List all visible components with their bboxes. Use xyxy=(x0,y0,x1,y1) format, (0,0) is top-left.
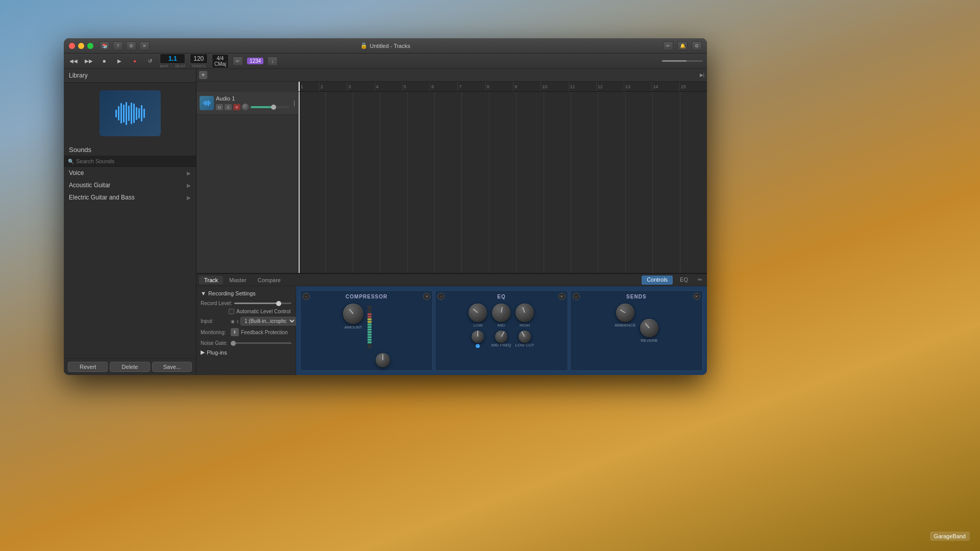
play-button[interactable]: ▶ xyxy=(114,56,125,66)
collapse-icon[interactable]: ▼ xyxy=(201,290,206,296)
tab-track[interactable]: Track xyxy=(199,276,223,284)
waveform-bar xyxy=(115,110,117,117)
record-level-slider[interactable] xyxy=(234,303,291,304)
sends-close-button[interactable]: ✕ xyxy=(693,293,700,300)
track-volume-knob[interactable] xyxy=(242,104,249,111)
revert-button[interactable]: Revert xyxy=(68,362,108,372)
eq-knobs-row: LOW MID xyxy=(469,304,534,367)
compressor-gain-group xyxy=(376,353,390,367)
eq-low-cut-knob[interactable] xyxy=(519,331,531,343)
plug-ins-row[interactable]: ▶ Plug-ins xyxy=(201,349,291,356)
tempo-display[interactable]: 120 xyxy=(190,54,208,64)
share-button[interactable]: ⚙ xyxy=(692,41,702,51)
vu-seg-13 xyxy=(368,339,372,341)
compressor-gain-knob[interactable] xyxy=(376,353,390,367)
track-level-meter: | xyxy=(293,99,295,107)
noise-gate-slider[interactable] xyxy=(231,342,291,344)
stop-button[interactable]: ■ xyxy=(99,56,110,66)
search-box: 🔍 xyxy=(64,156,196,167)
record-button[interactable]: ● xyxy=(129,56,140,66)
track-headers: Audio 1 M S R xyxy=(197,82,299,273)
compressor-close-button[interactable]: ✕ xyxy=(423,293,430,300)
vu-seg-1 xyxy=(368,308,372,310)
position-display[interactable]: 1.1 xyxy=(160,54,185,64)
svg-rect-2 xyxy=(206,101,207,105)
library-item-acoustic-guitar[interactable]: Acoustic Guitar ▶ xyxy=(64,179,196,191)
help-button[interactable]: ? xyxy=(113,41,123,51)
rewind-button[interactable]: ◀◀ xyxy=(68,56,79,66)
notification-button[interactable]: 🔔 xyxy=(677,41,688,51)
volume-slider[interactable] xyxy=(662,60,703,62)
time-sig-display[interactable]: 4/4 CMaj xyxy=(212,54,229,68)
tab-compare[interactable]: Compare xyxy=(253,276,286,284)
compressor-bypass-button[interactable]: ○ xyxy=(303,293,310,300)
eq-mid-freq-label: MID FREQ xyxy=(491,343,511,347)
library-item-electric-guitar[interactable]: Electric Guitar and Bass ▶ xyxy=(64,191,196,204)
maximize-button[interactable] xyxy=(87,43,93,49)
ruler-mark-8: 8 xyxy=(485,82,513,91)
save-button[interactable]: Save... xyxy=(152,362,192,372)
eq-low-knob[interactable] xyxy=(469,304,487,322)
title-bar-controls-right: ✏ 🔔 ⚙ xyxy=(663,41,702,51)
minimize-button[interactable] xyxy=(78,43,84,49)
track-mute-button[interactable]: M xyxy=(216,104,223,110)
track-volume-slider[interactable] xyxy=(251,106,289,108)
playhead-line xyxy=(299,82,300,91)
editor-button[interactable]: ✏ xyxy=(663,41,673,51)
eq-module: ○ ✕ EQ LOW xyxy=(435,290,568,371)
search-icon: 🔍 xyxy=(68,159,74,164)
waveform-preview xyxy=(115,101,145,126)
acoustic-guitar-label: Acoustic Guitar xyxy=(69,182,110,189)
volume-fill xyxy=(662,60,687,62)
count-in-button[interactable]: 1234 xyxy=(247,58,263,64)
waveform-bar xyxy=(128,106,130,121)
position-display-group: 1.1 BAR BEAT xyxy=(160,54,186,68)
close-button[interactable] xyxy=(69,43,75,49)
fast-forward-button[interactable]: ▶▶ xyxy=(83,56,94,66)
eq-low-indicator xyxy=(476,344,480,348)
sends-reverb-knob[interactable] xyxy=(640,319,658,337)
eq-close-button[interactable]: ✕ xyxy=(558,293,566,300)
cycle-button[interactable]: ↺ xyxy=(144,56,156,66)
eq-high-label: HIGH xyxy=(520,323,530,328)
bottom-tab-right: Controls EQ ✏ xyxy=(642,276,704,285)
tab-master[interactable]: Master xyxy=(224,276,252,284)
sends-reverb-group: REVERB xyxy=(640,319,658,343)
track-solo-button[interactable]: S xyxy=(225,104,232,110)
delete-button[interactable]: Delete xyxy=(110,362,150,372)
pencil-edit-button[interactable]: ✏ xyxy=(695,276,704,285)
waveform-bar xyxy=(126,102,127,125)
pencil-mode-button[interactable]: ✏ xyxy=(233,57,243,66)
search-input[interactable] xyxy=(76,158,192,164)
sends-bypass-button[interactable]: ○ xyxy=(573,293,580,300)
sends-ambience-knob[interactable] xyxy=(616,304,634,322)
eq-mid-freq-knob[interactable] xyxy=(495,331,507,343)
library-item-voice[interactable]: Voice ▶ xyxy=(64,167,196,179)
eq-bypass-button[interactable]: ○ xyxy=(437,293,445,300)
grid-line-12 xyxy=(598,92,625,273)
metronome-button[interactable]: ♩ xyxy=(267,57,278,66)
compressor-amount-knob[interactable] xyxy=(343,304,363,324)
tab-controls[interactable]: Controls xyxy=(642,276,673,285)
input-select[interactable]: 1 (Built-in...icrophone) xyxy=(240,317,297,325)
mixer-button[interactable]: ✕ xyxy=(139,41,150,51)
auto-level-checkbox[interactable] xyxy=(229,309,234,314)
track-record-enable-button[interactable]: R xyxy=(233,104,240,110)
waveform-bar xyxy=(131,103,132,124)
add-track-button[interactable]: + xyxy=(199,71,207,79)
eq-low-label: LOW xyxy=(473,323,482,328)
library-toggle-button[interactable]: 📚 xyxy=(100,41,110,51)
eq-mid-knob[interactable] xyxy=(492,304,510,322)
eq-mid-sub: MID FREQ xyxy=(491,331,511,347)
vu-seg-3 xyxy=(368,313,372,315)
track-canvas[interactable] xyxy=(299,92,707,273)
monitoring-toggle-button[interactable]: ⬇ xyxy=(231,328,239,336)
tab-eq[interactable]: EQ xyxy=(675,276,693,285)
bar-label: BAR xyxy=(160,64,168,68)
eq-high-knob[interactable] xyxy=(516,304,534,322)
eq-low-sub-knob[interactable] xyxy=(472,331,484,343)
smart-controls-button[interactable]: ⚙ xyxy=(126,41,136,51)
grid-line-4 xyxy=(380,92,407,273)
sends-ambience-label: AMBIENCE xyxy=(615,323,636,328)
input-label: Input: xyxy=(201,318,229,324)
